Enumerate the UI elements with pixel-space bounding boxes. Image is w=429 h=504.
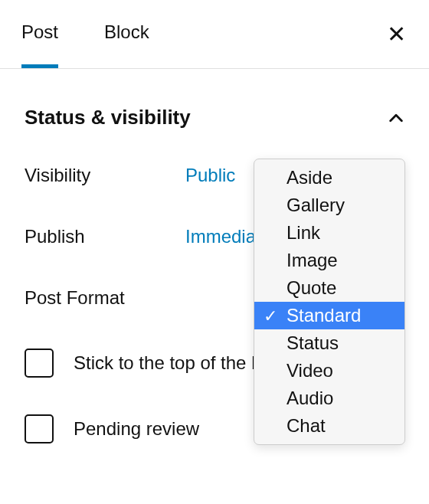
format-option-label: Video <box>287 360 333 381</box>
format-option-label: Gallery <box>287 195 345 215</box>
tab-post[interactable]: Post <box>21 0 58 68</box>
format-option-chat[interactable]: Chat <box>254 412 404 440</box>
format-option-status[interactable]: Status <box>254 329 404 357</box>
format-option-video[interactable]: Video <box>254 357 404 385</box>
stick-top-checkbox[interactable] <box>25 349 54 378</box>
format-option-audio[interactable]: Audio <box>254 385 404 412</box>
section-toggle[interactable]: Status & visibility <box>25 106 404 129</box>
format-option-label: Audio <box>287 388 333 408</box>
tabs-bar: Post Block ✕ <box>0 0 429 69</box>
section-title: Status & visibility <box>25 106 191 129</box>
format-option-label: Chat <box>287 415 326 436</box>
pending-review-checkbox[interactable] <box>25 414 54 443</box>
format-option-label: Link <box>287 222 320 243</box>
format-option-quote[interactable]: Quote <box>254 274 404 302</box>
visibility-label: Visibility <box>25 165 185 186</box>
pending-review-label: Pending review <box>74 418 199 440</box>
format-option-label: Quote <box>287 277 336 298</box>
check-icon: ✓ <box>264 306 277 326</box>
format-option-label: Standard <box>287 305 361 326</box>
chevron-up-icon <box>388 110 404 126</box>
post-format-label: Post Format <box>25 287 185 309</box>
format-option-link[interactable]: Link <box>254 219 404 247</box>
tab-block[interactable]: Block <box>104 0 149 68</box>
format-option-image[interactable]: Image <box>254 247 404 274</box>
publish-label: Publish <box>25 226 185 247</box>
format-option-aside[interactable]: Aside <box>254 164 404 191</box>
format-option-label: Status <box>287 332 339 353</box>
format-option-label: Aside <box>287 167 332 188</box>
format-option-gallery[interactable]: Gallery <box>254 191 404 219</box>
visibility-value[interactable]: Public <box>185 165 235 186</box>
format-option-standard[interactable]: ✓Standard <box>254 302 404 329</box>
close-icon[interactable]: ✕ <box>382 18 411 51</box>
post-format-dropdown[interactable]: AsideGalleryLinkImageQuote✓StandardStatu… <box>254 159 405 445</box>
format-option-label: Image <box>287 250 338 270</box>
